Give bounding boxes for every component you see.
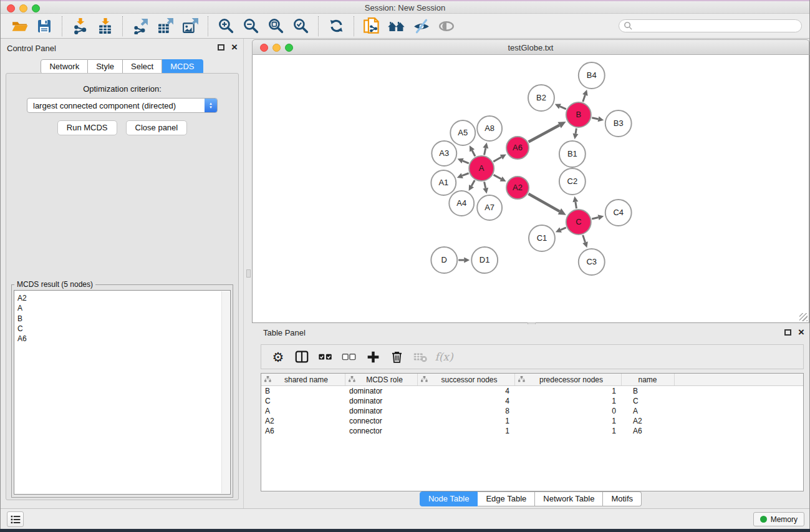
save-session-icon[interactable] bbox=[35, 17, 54, 36]
tab-edge-table[interactable]: Edge Table bbox=[478, 491, 535, 506]
result-item[interactable]: A6 bbox=[17, 334, 230, 344]
table-row[interactable]: Adominator80A bbox=[261, 406, 803, 416]
table-cell[interactable]: connector bbox=[345, 416, 418, 426]
graph-edge-B-B2[interactable] bbox=[560, 107, 566, 109]
table-cell[interactable]: A bbox=[261, 406, 345, 416]
graph-edge-A-A3[interactable] bbox=[463, 161, 469, 163]
graph-edge-C-C1[interactable] bbox=[561, 228, 566, 230]
tab-motifs[interactable]: Motifs bbox=[603, 491, 642, 506]
table-cell[interactable]: 1 bbox=[515, 426, 622, 436]
zoom-in-icon[interactable] bbox=[216, 17, 235, 36]
zoom-fit-icon[interactable] bbox=[266, 17, 285, 36]
graph-edge-A-A7[interactable] bbox=[485, 182, 486, 188]
deselect-all-checkboxes-icon[interactable] bbox=[340, 348, 359, 365]
table-cell[interactable]: 4 bbox=[418, 386, 515, 396]
column-header[interactable]: name bbox=[622, 374, 675, 385]
show-graphics-eye-icon[interactable] bbox=[437, 17, 456, 36]
settings-gear-icon[interactable]: ⚙ bbox=[269, 348, 287, 365]
run-mcds-button[interactable]: Run MCDS bbox=[57, 120, 117, 135]
graph-edge-A-A6[interactable] bbox=[493, 157, 501, 162]
graph-edge-A-A8[interactable] bbox=[485, 148, 486, 155]
graph-node-C[interactable]: C bbox=[566, 210, 591, 235]
graph-node-A[interactable]: A bbox=[469, 156, 494, 181]
clone-network-icon[interactable] bbox=[362, 17, 381, 36]
table-cell[interactable]: dominator bbox=[345, 386, 418, 396]
graph-node-A6[interactable]: A6 bbox=[506, 137, 529, 159]
table-row[interactable]: Bdominator41B bbox=[261, 386, 803, 396]
table-cell[interactable]: 1 bbox=[515, 386, 622, 396]
refresh-icon[interactable] bbox=[327, 17, 345, 36]
export-network-icon[interactable] bbox=[131, 17, 150, 36]
graph-edge-B-B4[interactable] bbox=[583, 95, 586, 102]
memory-button[interactable]: Memory bbox=[753, 512, 804, 526]
result-item[interactable]: C bbox=[17, 324, 230, 334]
graph-node-C2[interactable]: C2 bbox=[559, 168, 586, 195]
table-cell[interactable]: dominator bbox=[345, 396, 418, 406]
graph-node-A1[interactable]: A1 bbox=[431, 170, 456, 195]
graph-node-B2[interactable]: B2 bbox=[528, 85, 554, 111]
table-cell[interactable]: C bbox=[622, 396, 675, 406]
table-cell[interactable]: A6 bbox=[261, 426, 345, 436]
graph-node-C1[interactable]: C1 bbox=[529, 225, 555, 251]
table-cell[interactable]: 1 bbox=[515, 416, 622, 426]
search-box[interactable] bbox=[619, 19, 802, 32]
graph-edge-A-A5[interactable] bbox=[472, 150, 475, 156]
table-cell[interactable]: 4 bbox=[418, 396, 515, 406]
table-row[interactable]: A2connector11A2 bbox=[261, 416, 803, 426]
criterion-select[interactable]: largest connected component (directed) ▲… bbox=[27, 98, 218, 113]
table-cell[interactable]: A bbox=[622, 406, 675, 416]
task-history-button[interactable] bbox=[7, 511, 24, 527]
table-cell[interactable]: A2 bbox=[261, 416, 345, 426]
result-item[interactable]: B bbox=[17, 314, 230, 324]
graph-edge-A-A2[interactable] bbox=[494, 175, 501, 178]
tab-network[interactable]: Network bbox=[41, 59, 88, 74]
tab-network-table[interactable]: Network Table bbox=[535, 491, 603, 506]
tab-mcds[interactable]: MCDS bbox=[162, 59, 203, 74]
resize-grip-icon[interactable] bbox=[799, 313, 808, 321]
export-image-icon[interactable] bbox=[181, 17, 200, 36]
graph-node-A8[interactable]: A8 bbox=[477, 116, 502, 141]
export-table-icon[interactable] bbox=[156, 17, 175, 36]
table-cell[interactable]: 1 bbox=[418, 426, 515, 436]
graph-node-B[interactable]: B bbox=[566, 102, 591, 127]
open-file-icon[interactable] bbox=[10, 17, 29, 36]
import-network-icon[interactable] bbox=[70, 17, 89, 36]
network-canvas[interactable]: B4B2BB3A5A8A6A3B1AA1C2A2A4A7CC4C1C3DD1 bbox=[252, 55, 809, 323]
close-panel-button[interactable]: Close panel bbox=[126, 120, 188, 135]
graph-edge-C-C3[interactable] bbox=[583, 235, 586, 243]
table-cell[interactable]: dominator bbox=[345, 406, 418, 416]
table-row[interactable]: Cdominator41C bbox=[261, 396, 803, 406]
search-input[interactable] bbox=[633, 21, 801, 31]
show-columns-icon[interactable] bbox=[292, 348, 311, 365]
result-item[interactable]: A bbox=[17, 303, 230, 313]
column-header[interactable]: shared name bbox=[261, 374, 345, 385]
graph-node-B3[interactable]: B3 bbox=[605, 110, 632, 137]
table-cell[interactable]: A6 bbox=[622, 426, 675, 436]
graph-node-A2[interactable]: A2 bbox=[506, 177, 529, 199]
column-header[interactable]: predecessor nodes bbox=[515, 374, 622, 385]
result-scrollbar[interactable] bbox=[221, 291, 229, 493]
table-cell[interactable]: A2 bbox=[622, 416, 675, 426]
table-cell[interactable]: B bbox=[622, 386, 675, 396]
tab-select[interactable]: Select bbox=[123, 59, 162, 74]
graph-node-D[interactable]: D bbox=[431, 247, 457, 273]
add-column-icon[interactable] bbox=[364, 348, 382, 365]
graph-edge-B-B3[interactable] bbox=[592, 118, 598, 119]
network-window-titlebar[interactable]: testGlobe.txt bbox=[252, 39, 809, 55]
graph-node-A7[interactable]: A7 bbox=[477, 195, 502, 220]
table-cell[interactable]: B bbox=[261, 386, 345, 396]
table-cell[interactable]: connector bbox=[345, 426, 418, 436]
graph-edge-A-A1[interactable] bbox=[462, 173, 468, 176]
graph-edge-A6-B[interactable] bbox=[529, 125, 560, 142]
table-cell[interactable]: 1 bbox=[418, 416, 515, 426]
column-header[interactable]: MCDS role bbox=[345, 374, 418, 385]
table-cell[interactable]: C bbox=[261, 396, 345, 406]
zoom-selected-icon[interactable] bbox=[291, 17, 310, 36]
table-row[interactable]: A6connector11A6 bbox=[261, 426, 803, 436]
graph-edge-C-C2[interactable] bbox=[576, 202, 577, 209]
graph-node-C4[interactable]: C4 bbox=[605, 200, 632, 226]
graph-edge-A2-C[interactable] bbox=[528, 194, 559, 211]
graph-node-C3[interactable]: C3 bbox=[579, 249, 605, 275]
zoom-out-icon[interactable] bbox=[241, 17, 260, 36]
close-panel-icon[interactable]: × bbox=[798, 329, 804, 336]
